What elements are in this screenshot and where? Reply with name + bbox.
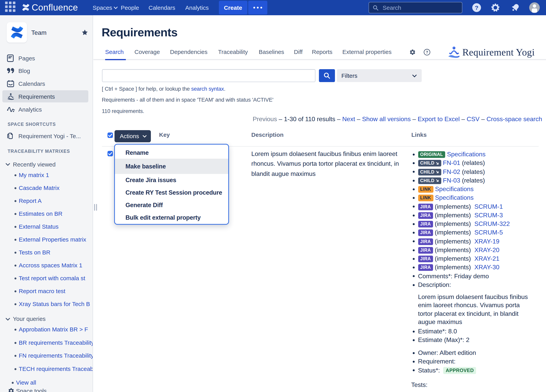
svg-text:?: ?	[475, 5, 478, 11]
svg-text:?: ?	[426, 50, 428, 54]
